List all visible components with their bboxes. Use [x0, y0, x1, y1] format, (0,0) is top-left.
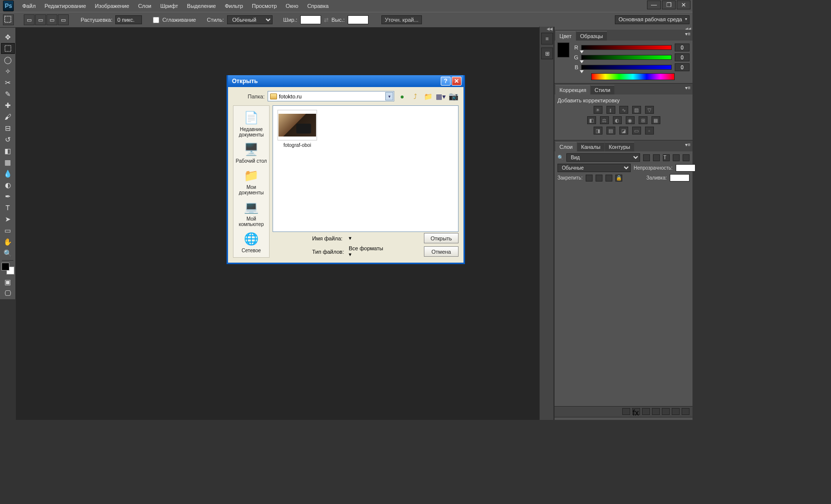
dialog-close-button[interactable]: ✕: [452, 77, 462, 86]
cancel-button[interactable]: Отмена: [424, 246, 459, 257]
lookup-icon[interactable]: ▦: [651, 116, 660, 124]
menu-image[interactable]: Изображение: [91, 0, 134, 12]
filter-adjust-icon[interactable]: [653, 154, 660, 161]
new-layer-icon[interactable]: [672, 408, 680, 415]
view-menu-button[interactable]: ▦▾: [436, 92, 446, 101]
menu-select[interactable]: Выделение: [183, 0, 220, 12]
swap-wh-icon[interactable]: ⇄: [324, 17, 328, 23]
selection-intersect-button[interactable]: ▭: [58, 14, 69, 25]
brightness-icon[interactable]: ☀: [594, 106, 602, 114]
hue-icon[interactable]: ◧: [587, 116, 596, 124]
move-tool[interactable]: ✥: [1, 32, 15, 43]
path-select-tool[interactable]: ➤: [1, 214, 15, 225]
menu-layers[interactable]: Слои: [134, 0, 156, 12]
g-input[interactable]: [675, 53, 690, 61]
back-button[interactable]: ●: [397, 92, 407, 101]
stamp-tool[interactable]: ⊟: [1, 123, 15, 134]
place-desktop[interactable]: 🖥️Рабочий стол: [234, 139, 268, 166]
mask-icon[interactable]: [642, 408, 650, 415]
gradient-map-icon[interactable]: ▭: [632, 127, 641, 135]
opacity-input[interactable]: [676, 164, 695, 172]
window-close-button[interactable]: ✕: [677, 0, 691, 9]
balance-icon[interactable]: ⚖: [600, 116, 609, 124]
dialog-titlebar[interactable]: Открыть ? ✕: [228, 75, 463, 87]
history-panel-icon[interactable]: ≡: [541, 33, 553, 45]
pen-tool[interactable]: ✒: [1, 191, 15, 202]
lock-pixels-icon[interactable]: [596, 175, 602, 182]
magic-wand-tool[interactable]: ✧: [1, 66, 15, 77]
menu-type[interactable]: Шрифт: [156, 0, 183, 12]
antialias-checkbox[interactable]: [153, 17, 159, 23]
filter-shape-icon[interactable]: [673, 154, 680, 161]
dodge-tool[interactable]: ◐: [1, 180, 15, 190]
fx-icon[interactable]: fx: [632, 408, 640, 415]
bw-icon[interactable]: ◐: [613, 116, 622, 124]
fill-input[interactable]: [670, 174, 690, 182]
exposure-icon[interactable]: ▨: [632, 106, 641, 114]
healing-tool[interactable]: ✚: [1, 100, 15, 111]
threshold-icon[interactable]: ◪: [619, 127, 628, 135]
lasso-tool[interactable]: ◯: [1, 54, 15, 65]
shape-tool[interactable]: ▭: [1, 225, 15, 236]
filename-input[interactable]: ▾: [349, 235, 352, 241]
up-button[interactable]: ⤴: [410, 92, 420, 101]
hand-tool[interactable]: ✋: [1, 236, 15, 247]
menu-window[interactable]: Окно: [281, 0, 303, 12]
gradient-tool[interactable]: ▦: [1, 157, 15, 168]
feather-input[interactable]: [115, 15, 142, 24]
layer-filter-kind[interactable]: Вид: [566, 153, 640, 162]
mixer-icon[interactable]: ⊞: [639, 116, 647, 124]
window-maximize-button[interactable]: ❐: [662, 0, 676, 9]
window-minimize-button[interactable]: —: [647, 0, 661, 9]
marquee-tool[interactable]: [1, 43, 15, 54]
foreground-background-swatch[interactable]: [1, 263, 14, 275]
eraser-tool[interactable]: ◧: [1, 145, 15, 156]
filter-smart-icon[interactable]: [683, 154, 690, 161]
new-folder-button[interactable]: 📁: [423, 92, 433, 101]
crop-tool[interactable]: ✂: [1, 77, 15, 88]
tab-paths[interactable]: Контуры: [605, 142, 634, 151]
r-slider[interactable]: [581, 45, 672, 50]
properties-panel-icon[interactable]: ⊞: [541, 47, 553, 59]
blur-tool[interactable]: 💧: [1, 168, 15, 179]
filter-pixel-icon[interactable]: [643, 154, 650, 161]
tab-layers[interactable]: Слои: [555, 142, 577, 151]
screenmode-button[interactable]: 🖵: [1, 288, 15, 299]
workspace-switcher[interactable]: Основная рабочая среда ▾: [615, 15, 690, 24]
height-input[interactable]: [348, 15, 369, 24]
refine-edge-button[interactable]: Уточн. край...: [381, 15, 422, 24]
chevron-down-icon[interactable]: ▾: [385, 92, 393, 100]
r-input[interactable]: [675, 44, 690, 51]
lock-all-icon[interactable]: 🔒: [615, 175, 622, 182]
adjustment-layer-icon[interactable]: [652, 408, 660, 415]
camera-icon[interactable]: 📷: [449, 92, 459, 101]
quickmask-button[interactable]: ▣: [1, 276, 15, 287]
blend-mode-select[interactable]: Обычные: [557, 164, 631, 172]
selective-icon[interactable]: ▫: [645, 127, 654, 135]
zoom-tool[interactable]: 🔍: [1, 248, 15, 259]
tab-channels[interactable]: Каналы: [577, 142, 604, 151]
levels-icon[interactable]: ⫿: [606, 106, 615, 114]
brush-tool[interactable]: 🖌: [1, 111, 15, 122]
filter-type-icon[interactable]: T: [663, 154, 670, 161]
chevron-down-icon[interactable]: ▾: [349, 235, 352, 241]
photo-filter-icon[interactable]: ◉: [626, 116, 635, 124]
place-recent[interactable]: 📄Недавние документы: [234, 108, 268, 139]
tool-preset-picker[interactable]: [3, 14, 14, 25]
menu-filter[interactable]: Фильтр: [220, 0, 247, 12]
spectrum-ramp[interactable]: [591, 73, 675, 80]
trash-icon[interactable]: [682, 408, 690, 415]
link-layers-icon[interactable]: [622, 408, 630, 415]
filetype-select[interactable]: Все форматы▾: [349, 245, 383, 258]
dialog-help-button[interactable]: ?: [441, 77, 451, 86]
tab-color[interactable]: Цвет: [555, 31, 576, 41]
place-mycomputer[interactable]: 💻Мой компьютер: [234, 197, 268, 229]
menu-edit[interactable]: Редактирование: [40, 0, 91, 12]
panel-menu-icon[interactable]: ▾≡: [685, 31, 691, 37]
b-input[interactable]: [675, 63, 690, 71]
style-select[interactable]: Обычный: [227, 15, 273, 24]
group-icon[interactable]: [662, 408, 670, 415]
file-list-pane[interactable]: fotograf-oboi: [273, 105, 459, 232]
chevron-down-icon[interactable]: ▾: [349, 251, 383, 258]
eyedropper-tool[interactable]: ✎: [1, 89, 15, 99]
